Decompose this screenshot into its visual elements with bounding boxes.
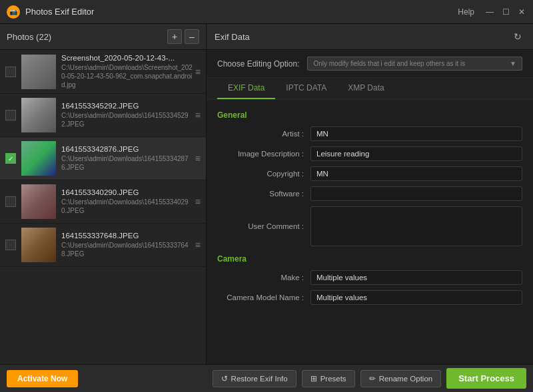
photo-menu-icon[interactable]: ≡	[195, 153, 201, 164]
camera-section-title: Camera	[217, 254, 522, 264]
photo-checkbox[interactable]	[5, 67, 16, 77]
field-row: Copyright :	[217, 166, 522, 181]
field-input[interactable]	[310, 166, 522, 181]
photo-name: 1641553340290.JPEG	[61, 188, 193, 196]
rename-option-button[interactable]: ✏ Rename Option	[360, 370, 442, 387]
list-item[interactable]: 1641553340290.JPEGC:\Users\admin\Downloa…	[0, 180, 206, 224]
field-input[interactable]	[310, 206, 522, 246]
field-row: Software :	[217, 186, 522, 201]
title-bar-right: Help — ☐ ✕	[458, 7, 526, 17]
minimize-button[interactable]: —	[485, 7, 494, 17]
tab-iptc-data[interactable]: IPTC DATA	[275, 78, 337, 99]
rename-icon: ✏	[369, 374, 376, 383]
editing-option-value: Only modify fields that i edit and keep …	[313, 60, 465, 67]
title-bar-left: 📷 Photos Exif Editor	[7, 5, 94, 19]
presets-label: Presets	[320, 375, 346, 383]
photo-path: C:\Users\admin\Downloads\1641553342876.J…	[61, 154, 193, 172]
photo-thumbnail	[21, 184, 56, 219]
right-panel: Exif Data ↻ Choose Editing Option: Only …	[207, 24, 533, 364]
list-item[interactable]: 1641553342876.JPEGC:\Users\admin\Downloa…	[0, 137, 206, 180]
photo-name: 1641553345292.JPEG	[61, 102, 193, 110]
field-label: Artist :	[217, 130, 310, 138]
field-row: Artist :	[217, 126, 522, 141]
field-row: User Comment :	[217, 206, 522, 246]
photo-name: Screenshot_2020-05-20-12-43-...	[61, 54, 193, 62]
right-panel-header: Exif Data ↻	[207, 24, 533, 50]
field-label: Image Description :	[217, 150, 310, 158]
dropdown-arrow-icon: ▼	[510, 60, 516, 67]
restore-exif-button[interactable]: ↺ Restore Exif Info	[213, 370, 296, 387]
field-label: User Comment :	[217, 222, 310, 230]
editing-option-select[interactable]: Only modify fields that i edit and keep …	[307, 57, 522, 71]
photo-menu-icon[interactable]: ≡	[195, 67, 201, 77]
list-item[interactable]: 1641553337648.JPEGC:\Users\admin\Downloa…	[0, 224, 206, 267]
start-process-button[interactable]: Start Process	[446, 368, 526, 389]
tab-exif-data[interactable]: EXIF Data	[217, 78, 275, 99]
left-panel-header: Photos (22) + –	[0, 24, 206, 50]
activate-now-button[interactable]: Activate Now	[7, 370, 78, 387]
exif-data-title: Exif Data	[215, 32, 250, 42]
left-panel: Photos (22) + – Screenshot_2020-05-20-12…	[0, 24, 207, 364]
photo-menu-icon[interactable]: ≡	[195, 110, 201, 120]
bottom-toolbar: Activate Now ↺ Restore Exif Info ⊞ Prese…	[0, 364, 533, 392]
photo-path: C:\Users\admin\Downloads\Screenshot_2020…	[61, 63, 193, 89]
photos-count-label: Photos (22)	[7, 32, 51, 42]
tab-xmp-data[interactable]: XMP Data	[337, 78, 394, 99]
refresh-button[interactable]: ↻	[510, 29, 525, 44]
photo-list-actions: + –	[167, 29, 199, 44]
photo-name: 1641553342876.JPEG	[61, 145, 193, 153]
photo-list: Screenshot_2020-05-20-12-43-...C:\Users\…	[0, 50, 206, 364]
photo-checkbox[interactable]	[5, 240, 16, 250]
field-input[interactable]	[310, 270, 522, 285]
photo-checkbox[interactable]	[5, 153, 16, 164]
photo-name: 1641553337648.JPEG	[61, 232, 193, 240]
general-section-title: General	[217, 110, 522, 120]
photo-path: C:\Users\admin\Downloads\1641553337648.J…	[61, 241, 193, 258]
close-button[interactable]: ✕	[517, 7, 526, 17]
field-label: Camera Model Name :	[217, 294, 310, 301]
window-controls: — ☐ ✕	[485, 7, 526, 17]
toolbar-right-actions: ↺ Restore Exif Info ⊞ Presets ✏ Rename O…	[213, 368, 526, 389]
photo-thumbnail	[21, 228, 56, 262]
photo-thumbnail	[21, 55, 56, 89]
photo-thumbnail	[21, 98, 56, 132]
add-photo-button[interactable]: +	[167, 29, 182, 44]
field-input[interactable]	[310, 146, 522, 161]
photo-thumbnail	[21, 141, 56, 176]
list-item[interactable]: 1641553345292.JPEGC:\Users\admin\Downloa…	[0, 94, 206, 137]
restore-exif-label: Restore Exif Info	[231, 375, 288, 383]
photo-info: 1641553337648.JPEGC:\Users\admin\Downloa…	[61, 232, 193, 258]
list-item[interactable]: Screenshot_2020-05-20-12-43-...C:\Users\…	[0, 50, 206, 94]
photo-checkbox[interactable]	[5, 196, 16, 207]
main-layout: Photos (22) + – Screenshot_2020-05-20-12…	[0, 24, 533, 364]
editing-option-row: Choose Editing Option: Only modify field…	[207, 50, 533, 78]
presets-button[interactable]: ⊞ Presets	[302, 370, 355, 387]
remove-photo-button[interactable]: –	[185, 29, 199, 44]
help-menu[interactable]: Help	[458, 7, 474, 17]
rename-option-label: Rename Option	[379, 375, 433, 383]
field-input[interactable]	[310, 290, 522, 305]
field-row: Camera Model Name :	[217, 290, 522, 305]
maximize-button[interactable]: ☐	[501, 7, 510, 17]
photo-info: 1641553340290.JPEGC:\Users\admin\Downloa…	[61, 188, 193, 215]
field-input[interactable]	[310, 126, 522, 141]
photo-path: C:\Users\admin\Downloads\1641553345292.J…	[61, 111, 193, 128]
app-title: Photos Exif Editor	[25, 7, 94, 17]
field-input[interactable]	[310, 186, 522, 201]
presets-icon: ⊞	[310, 374, 317, 383]
title-bar: 📷 Photos Exif Editor Help — ☐ ✕	[0, 0, 533, 24]
photo-info: 1641553342876.JPEGC:\Users\admin\Downloa…	[61, 145, 193, 172]
photo-checkbox[interactable]	[5, 110, 16, 120]
field-label: Make :	[217, 274, 310, 282]
field-label: Software :	[217, 190, 310, 198]
exif-content: GeneralArtist :Image Description :Copyri…	[207, 100, 533, 364]
restore-icon: ↺	[221, 374, 228, 383]
exif-tabs: EXIF DataIPTC DATAXMP Data	[207, 78, 533, 100]
photo-path: C:\Users\admin\Downloads\1641553340290.J…	[61, 198, 193, 215]
photo-menu-icon[interactable]: ≡	[195, 196, 201, 207]
field-label: Copyright :	[217, 170, 310, 178]
photo-info: Screenshot_2020-05-20-12-43-...C:\Users\…	[61, 54, 193, 89]
editing-option-label: Choose Editing Option:	[217, 59, 299, 69]
photo-menu-icon[interactable]: ≡	[195, 240, 201, 250]
field-row: Make :	[217, 270, 522, 285]
